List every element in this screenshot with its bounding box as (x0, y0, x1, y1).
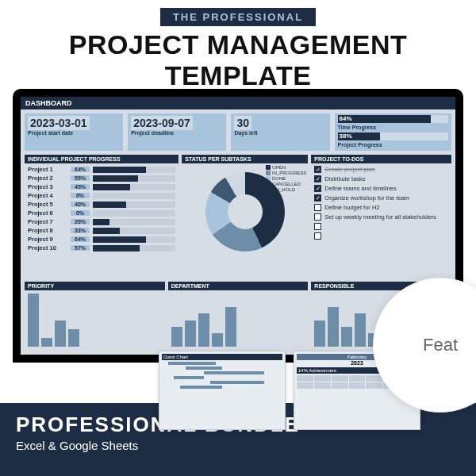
progress-row: Project 60% (28, 209, 175, 217)
dashboard-title: DASHBOARD (21, 97, 455, 109)
bar (171, 327, 182, 347)
start-date-value: 2023-03-01 (28, 116, 90, 130)
todo-item: Set up weekly meeting for all stakeholde… (314, 213, 448, 221)
bar (185, 321, 196, 347)
product-image: THE PROFESSIONAL PROJECT MANAGEMENT TEMP… (0, 0, 476, 476)
todo-item: ✓Define teams and timelines (314, 185, 448, 192)
main-title: PROJECT MANAGEMENT TEMPLATE (0, 29, 476, 91)
deadline-value: 2023-09-07 (131, 116, 193, 130)
todo-item: ✓Create project plan (314, 166, 448, 173)
project-progress-pct: 38% (340, 132, 352, 140)
todos-panel: PROJECT TO-DOS ✓Create project plan✓Dist… (311, 155, 451, 278)
checkbox-icon[interactable] (314, 213, 321, 221)
deadline-label: Project deadline (131, 130, 223, 136)
priority-body (25, 290, 165, 350)
checkbox-icon[interactable] (314, 204, 321, 211)
project-progress-bar: 38% (338, 132, 448, 140)
bar (341, 327, 352, 347)
progress-row: Project 1057% (28, 244, 175, 251)
todos-panel-body: ✓Create project plan✓Distribute tasks✓De… (311, 163, 451, 278)
todos-panel-title: PROJECT TO-DOS (311, 155, 451, 163)
project-progress-label: Project Progress (338, 142, 448, 148)
progress-row: Project 345% (28, 183, 175, 190)
bar (328, 307, 339, 347)
days-left-card: 30 Days left (231, 113, 329, 151)
progress-row: Project 964% (28, 236, 175, 243)
summary-row: 2023-03-01 Project start date 2023-09-07… (21, 109, 455, 155)
progress-row: Project 164% (28, 166, 175, 173)
todo-item: Define budget for H2 (314, 204, 448, 211)
checkbox-icon[interactable]: ✓ (314, 194, 321, 202)
bar (198, 313, 209, 347)
todo-item: ✓Distribute tasks (314, 175, 448, 182)
priority-panel: PRIORITY (25, 282, 165, 350)
days-left-value: 30 (234, 116, 251, 130)
time-progress-pct: 84% (340, 115, 352, 123)
todo-item (314, 232, 448, 240)
progress-row: Project 255% (28, 175, 175, 182)
bar (68, 329, 79, 347)
mid-row: INDIVIDUAL PROJECT PROGRESS Project 164%… (21, 155, 455, 278)
bar (28, 294, 39, 347)
todo-item (314, 223, 448, 230)
gantt-thumb-title: Gantt Chart (162, 354, 282, 360)
checkbox-icon[interactable]: ✓ (314, 166, 321, 173)
days-left-label: Days left (234, 130, 326, 136)
progress-row: Project 40% (28, 192, 175, 199)
todo-item: ✓Organize workshop for the team (314, 194, 448, 202)
progress-panel-body: Project 164%Project 255%Project 345%Proj… (25, 163, 178, 278)
checkbox-icon[interactable] (314, 232, 321, 240)
checkbox-icon[interactable]: ✓ (314, 185, 321, 192)
kicker: THE PROFESSIONAL (160, 8, 316, 26)
checkbox-icon[interactable]: ✓ (314, 175, 321, 182)
time-progress-label: Time Progress (338, 125, 448, 130)
progress-row: Project 540% (28, 201, 175, 208)
priority-title: PRIORITY (25, 282, 165, 290)
deadline-card: 2023-09-07 Project deadline (128, 113, 226, 151)
bar (41, 338, 52, 347)
donut-chart (205, 172, 285, 251)
start-date-label: Project start date (28, 130, 120, 136)
footer-subtitle: Excel & Google Sheets (16, 439, 460, 452)
start-date-card: 2023-03-01 Project start date (25, 113, 123, 151)
gantt-thumbnail: Gantt Chart (159, 351, 286, 430)
bar (212, 333, 223, 347)
progress-panel-title: INDIVIDUAL PROJECT PROGRESS (25, 155, 178, 163)
progress-card: 84% Time Progress 38% Project Progress (335, 113, 451, 151)
bar (355, 313, 366, 347)
status-panel: STATUS PER SUBTASKS OPENIN_PROGRESSDONEC… (182, 155, 308, 278)
progress-row: Project 720% (28, 218, 175, 225)
progress-row: Project 833% (28, 227, 175, 234)
checkbox-icon[interactable] (314, 223, 321, 230)
bar (314, 321, 325, 347)
department-title: DEPARTMENT (168, 282, 309, 290)
status-panel-title: STATUS PER SUBTASKS (182, 155, 308, 163)
bar (55, 321, 66, 347)
department-body (168, 290, 309, 350)
bar (225, 307, 236, 347)
department-panel: DEPARTMENT (168, 282, 309, 350)
progress-panel: INDIVIDUAL PROJECT PROGRESS Project 164%… (25, 155, 178, 278)
status-panel-body: OPENIN_PROGRESSDONECANCELLEDON_HOLD (182, 163, 308, 278)
time-progress-bar: 84% (338, 115, 448, 123)
